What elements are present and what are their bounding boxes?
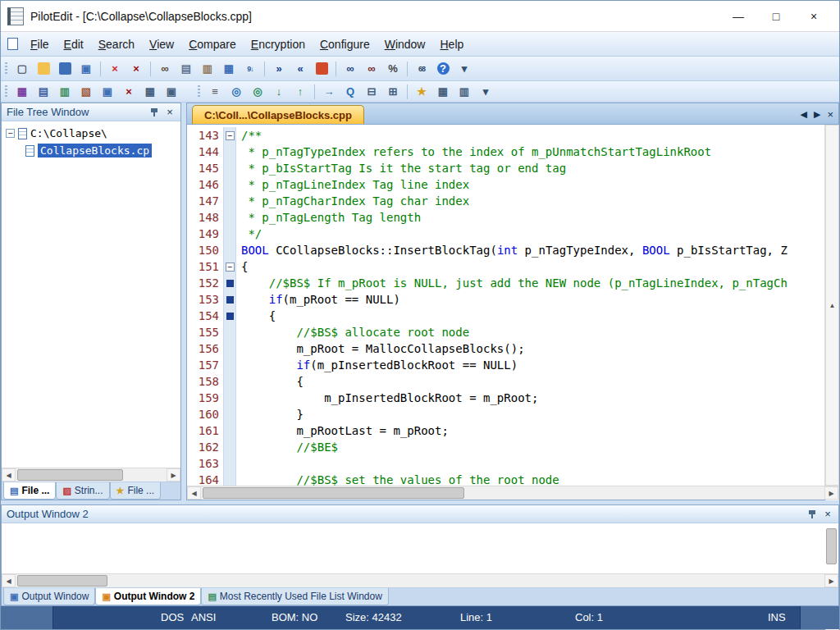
- pin-icon[interactable]: [807, 509, 817, 519]
- scroll-right-icon[interactable]: ▶: [167, 468, 180, 482]
- code-line[interactable]: 146 * p_nTagLineIndex Tag line index: [187, 176, 824, 193]
- next-diff-button[interactable]: »: [269, 60, 289, 78]
- tab-close-icon[interactable]: ×: [827, 108, 833, 121]
- menu-view[interactable]: View: [142, 34, 181, 55]
- code-line[interactable]: 145 * p_bIsStartTag Is it the start tag …: [187, 160, 824, 176]
- tab-scroll-right-icon[interactable]: ▶: [814, 109, 820, 120]
- sort-button[interactable]: 9↓: [240, 60, 260, 78]
- code-line[interactable]: 149 */: [187, 226, 824, 242]
- menu-compare[interactable]: Compare: [181, 34, 244, 55]
- ftp-button[interactable]: ◎: [226, 83, 246, 101]
- menu-window[interactable]: Window: [377, 34, 433, 55]
- output-hscroll-thumb[interactable]: [17, 575, 107, 587]
- mru-file-list-tab[interactable]: ▤Most Recently Used File List Window: [201, 588, 388, 605]
- code-text[interactable]: //$BS$ allocate root node: [236, 324, 469, 340]
- zoom-button[interactable]: Q: [340, 83, 360, 101]
- menu-help[interactable]: Help: [432, 34, 471, 55]
- tree-file-label[interactable]: CollapseBlocks.cp: [38, 144, 152, 158]
- add-bookmark-button[interactable]: ★: [412, 83, 431, 101]
- code-line[interactable]: 151−{: [187, 258, 824, 275]
- tree-root-row[interactable]: − C:\Collapse\: [3, 125, 179, 142]
- code-line[interactable]: 150BOOL CCollapseBlocks::InsertBlockTag(…: [187, 242, 824, 258]
- code-text[interactable]: */: [236, 226, 262, 242]
- collapse-all-button[interactable]: ⊟: [362, 83, 381, 101]
- replace-in-files-button[interactable]: ∞: [362, 60, 381, 78]
- expand-all-button[interactable]: ⊞: [383, 83, 403, 101]
- output-window-2-tab[interactable]: ▣Output Window 2: [95, 588, 201, 605]
- output-content[interactable]: [2, 523, 838, 573]
- code-text[interactable]: [236, 455, 241, 472]
- editor-vscrollbar[interactable]: ▲ ▼: [824, 125, 838, 486]
- toolbar2-options-button[interactable]: ▾: [476, 83, 495, 101]
- code-lines[interactable]: 143−/**144 * p_nTagTypeIndex refers to t…: [187, 125, 824, 486]
- save-all-button[interactable]: ▣: [76, 60, 96, 78]
- scroll-left-icon[interactable]: ◀: [2, 574, 16, 587]
- code-text[interactable]: BOOL CCollapseBlocks::InsertBlockTag(int…: [236, 242, 788, 258]
- code-line[interactable]: 164 //$BS$ set the values of the root no…: [187, 472, 824, 486]
- file-group-window-button[interactable]: ▥: [55, 83, 75, 101]
- scroll-left-icon[interactable]: ◀: [2, 468, 16, 482]
- scroll-right-icon[interactable]: ▶: [824, 574, 838, 587]
- expand-collapse-icon[interactable]: −: [6, 129, 15, 138]
- code-text[interactable]: m_pRootLast = m_pRoot;: [236, 422, 449, 439]
- code-text[interactable]: }: [236, 406, 304, 422]
- copy-button[interactable]: ▤: [176, 60, 196, 78]
- output-window-button[interactable]: ▧: [76, 83, 96, 101]
- code-text[interactable]: * p_nTagTypeIndex refers to the index of…: [236, 144, 711, 160]
- close-file-button[interactable]: ×: [105, 60, 125, 78]
- code-text[interactable]: if(m_pInsertedBlockRoot == NULL): [236, 357, 518, 373]
- menu-search[interactable]: Search: [91, 34, 142, 55]
- hex-mode-button[interactable]: 68: [412, 60, 431, 78]
- output-window-tab[interactable]: ▣Output Window: [3, 588, 95, 605]
- match-case-button[interactable]: %: [383, 60, 403, 78]
- find-in-files-button[interactable]: ∞: [340, 60, 360, 78]
- code-line[interactable]: 155 //$BS$ allocate root node: [187, 324, 824, 340]
- code-line[interactable]: 159 m_pInsertedBlockRoot = m_pRoot;: [187, 390, 824, 406]
- file-group-tab[interactable]: ★File ...: [110, 482, 162, 500]
- new-file-button[interactable]: ▢: [12, 60, 32, 78]
- close-panel-icon[interactable]: ×: [822, 508, 833, 520]
- string-table-window-button[interactable]: ▤: [34, 83, 53, 101]
- mdi-document-icon[interactable]: [7, 38, 18, 50]
- goto-line-button[interactable]: →: [319, 83, 339, 101]
- code-text[interactable]: if(m_pRoot == NULL): [236, 291, 400, 308]
- code-text[interactable]: * p_nTagLineIndex Tag line index: [236, 176, 469, 193]
- code-line[interactable]: 160 }: [187, 406, 824, 422]
- scroll-left-icon[interactable]: ◀: [187, 486, 201, 500]
- web-button[interactable]: ◎: [248, 83, 267, 101]
- scroll-right-icon[interactable]: ▶: [824, 486, 838, 500]
- script-button[interactable]: ≡: [205, 83, 225, 101]
- code-line[interactable]: 163: [187, 455, 824, 472]
- tree-root-label[interactable]: C:\Collapse\: [30, 127, 107, 139]
- code-line[interactable]: 154 {: [187, 308, 824, 324]
- editor-hscrollbar[interactable]: ◀ ▶: [187, 486, 838, 500]
- code-text[interactable]: //$BE$: [236, 439, 338, 455]
- output-hscrollbar[interactable]: ◀ ▶: [2, 573, 838, 587]
- code-text[interactable]: {: [236, 373, 304, 390]
- menu-file[interactable]: File: [23, 34, 57, 55]
- tab-scroll-left-icon[interactable]: ◀: [800, 109, 806, 120]
- code-text[interactable]: m_pInsertedBlockRoot = m_pRoot;: [236, 390, 538, 406]
- save-workspace-button[interactable]: ▣: [98, 83, 117, 101]
- fold-toggle-icon[interactable]: −: [226, 262, 235, 272]
- close-button[interactable]: ×: [795, 4, 833, 29]
- code-text[interactable]: * p_nTagCharIndex Tag char index: [236, 193, 469, 209]
- code-line[interactable]: 148 * p_nTagLength Tag length: [187, 209, 824, 226]
- menu-configure[interactable]: Configure: [313, 34, 377, 55]
- prev-diff-button[interactable]: «: [290, 60, 310, 78]
- code-line[interactable]: 158 {: [187, 373, 824, 390]
- toolbar-options-button[interactable]: ▾: [454, 60, 474, 78]
- save-button[interactable]: [55, 60, 75, 78]
- maximize-button[interactable]: □: [757, 4, 795, 29]
- code-text[interactable]: {: [236, 308, 276, 324]
- code-text[interactable]: m_pRoot = MallocCollapseBlocks();: [236, 340, 525, 357]
- code-text[interactable]: //$BS$ set the values of the root node: [236, 472, 559, 486]
- fold-toggle-icon[interactable]: −: [226, 131, 235, 140]
- editor-vscroll-thumb[interactable]: [826, 528, 837, 564]
- file-tree-window-button[interactable]: ▦: [12, 83, 32, 101]
- minimize-button[interactable]: —: [719, 4, 757, 29]
- code-line[interactable]: 143−/**: [187, 127, 824, 144]
- grid-button[interactable]: ▦: [433, 83, 453, 101]
- code-text[interactable]: * p_bIsStartTag Is it the start tag or e…: [236, 160, 566, 176]
- open-file-button[interactable]: [34, 60, 53, 78]
